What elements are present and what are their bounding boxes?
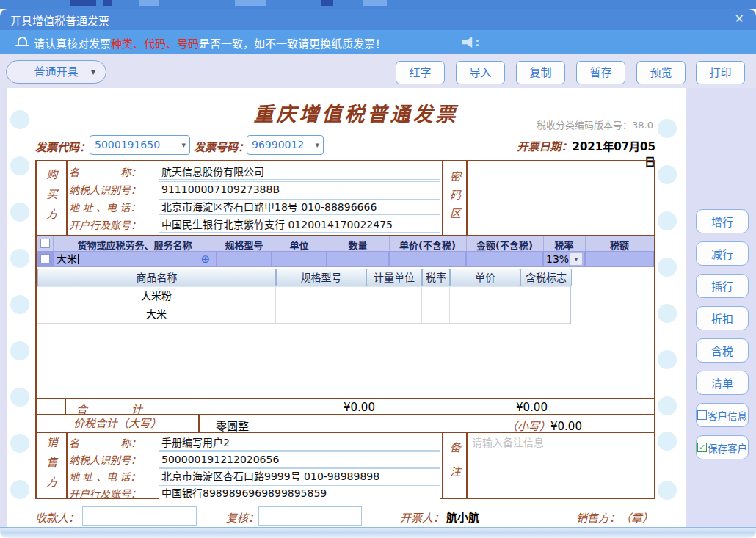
decor-dot [10, 295, 29, 314]
pd-col-name: 商品名称 [37, 269, 276, 286]
item-tax-rate-cell[interactable]: 13% ▾ [544, 252, 584, 266]
remark-placeholder: 请输入备注信息 [469, 433, 654, 449]
background-fragment [363, 0, 387, 6]
background-fragment [103, 0, 112, 6]
buyer-name-input[interactable]: 航天信息股份有限公司 [159, 164, 440, 180]
invoice-code-label: 发票代码： [35, 139, 90, 154]
item-name-value: 大米 [57, 253, 77, 265]
alert-message: 请认真核对发票种类、代码、号码是否一致，如不一致请更换纸质发票！ [34, 35, 386, 51]
seller-address-label: 地 址 、电 话： [69, 469, 159, 484]
col-quantity: 数量 [327, 238, 389, 252]
red-invoice-button[interactable]: 红字 [396, 61, 445, 84]
product-suggestion-dropdown: 商品名称 规格型号 计量单位 税率 单价 含税标志 大米粉 大米 [37, 269, 571, 324]
close-icon[interactable]: ✕ [735, 12, 744, 26]
toolbar: 普通开具 ▾ 红字 导入 复制 暂存 预览 打印 [0, 54, 756, 88]
item-row[interactable]: 大米 ⊕ 13% ▾ [37, 251, 654, 267]
reviewer-input[interactable] [258, 506, 362, 526]
alert-bar: 请认真核对发票种类、代码、号码是否一致，如不一致请更换纸质发票！ [0, 30, 756, 54]
item-spec-cell[interactable] [217, 252, 271, 266]
alert-text-pre: 请认真核对发票 [34, 37, 111, 51]
buyer-taxid-input[interactable]: 91110000710927388B [159, 181, 440, 197]
decor-dot [10, 203, 29, 222]
buyer-address-row: 地 址 、电 话： 北京市海淀区杏石口路甲18号 010-88896666 [69, 198, 440, 215]
seller-name-input[interactable]: 手册编写用户2 [159, 435, 440, 451]
col-unit-price: 单价(不含税) [389, 238, 466, 252]
item-unit-price-cell[interactable] [390, 252, 465, 266]
item-tax-amount-cell[interactable] [586, 252, 653, 266]
save-customer-button[interactable]: ✓ 保存客户 [696, 435, 749, 459]
seller-bank-input[interactable]: 中国银行8989896969899895859 [159, 485, 440, 501]
customer-info-checkbox[interactable] [697, 410, 707, 420]
seller-taxid-input[interactable]: 500000191212020656 [159, 451, 440, 468]
buyer-bank-label: 开户行及账号： [69, 217, 159, 232]
remove-row-button[interactable]: 减行 [696, 241, 749, 266]
temp-save-button[interactable]: 暂存 [576, 61, 625, 84]
row-checkbox[interactable] [40, 254, 50, 263]
col-tax-amount: 税额 [585, 238, 654, 252]
speaker-icon[interactable] [462, 37, 475, 48]
drawer-value: 航小航 [446, 509, 479, 524]
invoice-number-select[interactable]: 96990012 ▾ [247, 135, 324, 155]
import-button[interactable]: 导入 [456, 61, 505, 84]
buyer-bank-row: 开户行及账号： 中国民生银行北京紫竹支行 0120014170022475 [69, 216, 440, 233]
item-unit-cell[interactable] [272, 252, 326, 266]
speaker-wave-dot [476, 44, 479, 46]
text-cursor [78, 254, 79, 264]
tax-rate-dropdown[interactable]: ▾ [570, 252, 583, 266]
tax-included-button[interactable]: 含税 [696, 338, 749, 363]
decor-dot [658, 119, 677, 138]
copy-button[interactable]: 复制 [516, 61, 565, 84]
background-window-remnant [0, 0, 756, 9]
buyer-bank-input[interactable]: 中国民生银行北京紫竹支行 0120014170022475 [159, 217, 440, 233]
speaker-wave-dot [476, 40, 479, 42]
circle-plus-icon[interactable]: ⊕ [200, 252, 210, 266]
invoice-title: 重庆增值税普通发票 [235, 98, 477, 127]
remark-side-label: 备注 [447, 442, 462, 490]
pd-col-price: 单价 [450, 269, 520, 286]
bell-icon [18, 37, 27, 45]
print-button[interactable]: 打印 [696, 61, 745, 84]
drawer-label: 开票人： [400, 509, 444, 525]
dialog-title: 开具增值税普通发票 [10, 12, 109, 28]
payee-input[interactable] [82, 506, 197, 526]
issue-mode-select[interactable]: 普通开具 ▾ [6, 60, 106, 84]
add-row-button[interactable]: 增行 [696, 209, 749, 233]
item-name-cell[interactable]: 大米 ⊕ [54, 252, 216, 266]
items-table-header: 货物或应税劳务、服务名称 规格型号 单位 数量 单价(不含税) 金额(不含税) … [37, 235, 654, 251]
totals-row: 合 计 ¥0.00 ¥0.00 [37, 398, 654, 414]
footer-row: 收款人： 复核： 开票人： 航小航 销售方： （章） [0, 505, 756, 527]
seller-address-input[interactable]: 北京市海淀区杏石口路9999号 010-98989898 [159, 468, 440, 484]
preview-button[interactable]: 预览 [636, 61, 686, 84]
decor-dot [10, 249, 29, 268]
list-button[interactable]: 清单 [696, 371, 749, 395]
decor-dot [658, 211, 677, 230]
invoice-body: 购买方 名 称： 航天信息股份有限公司 纳税人识别号： 911100007109… [35, 160, 655, 499]
discount-button[interactable]: 折扣 [696, 306, 749, 330]
grand-total-label-cell: 价税合计（大写） [37, 415, 200, 433]
item-amount-cell[interactable] [467, 252, 542, 266]
select-all-checkbox[interactable] [40, 239, 50, 248]
remark-input[interactable]: 请输入备注信息 [469, 433, 654, 501]
seller-name-label: 名 称： [69, 435, 159, 450]
insert-row-button[interactable]: 插行 [696, 274, 749, 298]
customer-info-button[interactable]: 客户信息 [696, 403, 749, 427]
buyer-name-row: 名 称： 航天信息股份有限公司 [69, 163, 440, 180]
decor-dot [658, 481, 677, 500]
tax-rate-value: 13% [546, 253, 569, 265]
save-customer-checkbox[interactable]: ✓ [697, 443, 707, 452]
product-option-name[interactable]: 大米 [37, 305, 276, 324]
product-option-row[interactable]: 大米粉 [37, 287, 570, 305]
left-decor-strip [0, 88, 7, 527]
col-amount: 金额(不含税) [466, 238, 543, 252]
buyer-side-cell: 购买方 [37, 161, 68, 235]
product-option-row[interactable]: 大米 [37, 305, 570, 324]
buyer-address-input[interactable]: 北京市海淀区杏石口路甲18号 010-88896666 [159, 199, 440, 215]
invoice-code-select[interactable]: 5000191650 ▾ [90, 135, 190, 155]
seller-name-row: 名 称： 手册编写用户2 [69, 434, 440, 451]
product-option-name[interactable]: 大米粉 [37, 287, 276, 305]
password-area-label: 密码区 [447, 171, 462, 226]
decor-dot [658, 432, 677, 451]
decor-dot [658, 258, 677, 277]
col-unit: 单位 [272, 238, 327, 252]
item-quantity-cell[interactable] [327, 252, 388, 266]
